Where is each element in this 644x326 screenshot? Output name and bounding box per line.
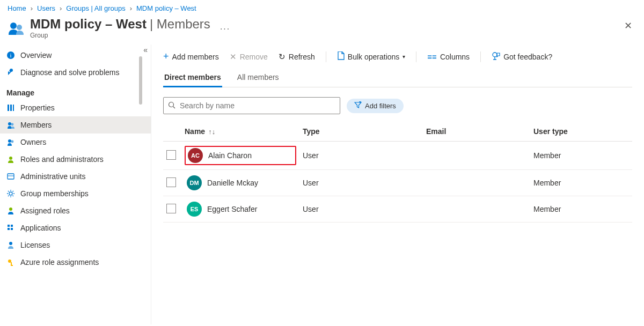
member-usertype: Member xyxy=(530,142,632,170)
table-row[interactable]: ACAlain CharonUserMember xyxy=(163,142,632,170)
breadcrumb-policy[interactable]: MDM policy – West xyxy=(136,4,196,12)
feedback-button[interactable]: Got feedback? xyxy=(492,51,552,62)
more-actions-button[interactable]: ··· xyxy=(220,24,230,34)
members-table: Name↑↓ Type Email User type ACAlain Char… xyxy=(163,123,632,223)
chevron-right-icon: › xyxy=(60,4,62,12)
member-type: User xyxy=(299,142,423,170)
main-pane: + Add members ✕ Remove ↻ Refresh Bulk op… xyxy=(151,45,644,324)
chevron-right-icon: › xyxy=(130,4,132,12)
group-icon xyxy=(8,20,25,37)
col-usertype[interactable]: User type xyxy=(530,123,632,142)
sidebar-item-admin-units[interactable]: Administrative units xyxy=(0,168,151,185)
member-usertype: Member xyxy=(530,196,632,223)
member-name: Alain Charon xyxy=(208,151,252,160)
roles-icon xyxy=(6,155,15,164)
sidebar-item-licenses[interactable]: Licenses xyxy=(0,236,151,254)
svg-line-26 xyxy=(173,106,175,108)
svg-point-14 xyxy=(9,192,12,195)
sidebar-item-members[interactable]: Members xyxy=(0,116,151,134)
member-email xyxy=(423,170,530,196)
owners-icon xyxy=(6,138,15,146)
tab-direct-members[interactable]: Direct members xyxy=(163,70,222,87)
svg-point-7 xyxy=(8,122,11,125)
sidebar-item-group-memberships[interactable]: Group memberships xyxy=(0,185,151,202)
breadcrumb: Home› Users› Groups | All groups› MDM po… xyxy=(0,0,644,14)
row-checkbox[interactable] xyxy=(166,204,176,213)
sidebar-item-label: Group memberships xyxy=(20,189,89,198)
lic-icon xyxy=(6,241,15,249)
avatar: ES xyxy=(187,202,202,217)
search-input[interactable] xyxy=(179,101,335,110)
add-filters-button[interactable]: Add filters xyxy=(347,99,404,113)
sidebar-item-label: Overview xyxy=(20,51,52,60)
scrollbar[interactable] xyxy=(139,56,142,105)
svg-rect-19 xyxy=(11,228,13,230)
member-email xyxy=(423,196,530,223)
col-name[interactable]: Name↑↓ xyxy=(181,123,299,142)
row-checkbox[interactable] xyxy=(166,177,176,187)
svg-point-15 xyxy=(9,208,12,211)
svg-point-24 xyxy=(493,53,497,57)
breadcrumb-users[interactable]: Users xyxy=(37,4,55,12)
key-icon xyxy=(6,258,15,266)
svg-point-25 xyxy=(169,102,174,107)
sidebar-item-owners[interactable]: Owners xyxy=(0,134,151,151)
toolbar: + Add members ✕ Remove ↻ Refresh Bulk op… xyxy=(163,51,632,70)
breadcrumb-groups[interactable]: Groups | All groups xyxy=(66,4,125,12)
sidebar-item-label: Applications xyxy=(20,224,61,232)
sidebar-item-label: Diagnose and solve problems xyxy=(20,68,119,77)
page-title: MDM policy – West | Members xyxy=(30,17,210,32)
member-name: Danielle Mckay xyxy=(207,179,258,187)
feedback-icon xyxy=(492,51,500,62)
col-type[interactable]: Type xyxy=(299,123,423,142)
remove-button: ✕ Remove xyxy=(230,52,268,62)
sort-icon: ↑↓ xyxy=(208,128,215,136)
sidebar-item-diagnose[interactable]: Diagnose and solve problems xyxy=(0,64,151,81)
svg-rect-23 xyxy=(11,265,13,266)
sidebar-item-label: Roles and administrators xyxy=(20,155,104,164)
props-icon xyxy=(6,103,15,112)
sidebar-item-azure-roles[interactable]: Azure role assignments xyxy=(0,254,151,271)
col-email[interactable]: Email xyxy=(423,123,530,142)
table-row[interactable]: DMDanielle MckayUserMember xyxy=(163,170,632,196)
members-icon xyxy=(6,121,15,129)
avatar: AC xyxy=(188,148,203,163)
svg-point-10 xyxy=(11,140,14,143)
svg-point-0 xyxy=(10,23,17,29)
sidebar: « iOverviewDiagnose and solve problems M… xyxy=(0,45,151,324)
separator xyxy=(326,51,326,62)
table-row[interactable]: ESEggert SchaferUserMember xyxy=(163,196,632,223)
sidebar-item-assigned-roles[interactable]: Assigned roles xyxy=(0,202,151,219)
refresh-button[interactable]: ↻ Refresh xyxy=(279,52,315,62)
row-checkbox[interactable] xyxy=(166,150,176,160)
breadcrumb-home[interactable]: Home xyxy=(8,4,26,12)
svg-text:i: i xyxy=(10,52,11,58)
page-subtitle: Group xyxy=(30,32,210,39)
page-header: MDM policy – West | Members Group ··· ✕ xyxy=(0,14,644,45)
sidebar-item-applications[interactable]: Applications xyxy=(0,219,151,236)
bulk-operations-button[interactable]: Bulk operations ▾ xyxy=(337,51,406,62)
sidebar-item-roles[interactable]: Roles and administrators xyxy=(0,151,151,168)
sidebar-item-label: Assigned roles xyxy=(20,206,70,215)
gear-icon xyxy=(6,189,15,198)
info-icon: i xyxy=(6,51,15,60)
add-members-button[interactable]: + Add members xyxy=(163,51,219,62)
member-name: Eggert Schafer xyxy=(207,205,257,213)
apps-icon xyxy=(6,224,15,232)
tab-all-members[interactable]: All members xyxy=(236,70,280,87)
sidebar-item-overview[interactable]: iOverview xyxy=(0,47,151,64)
close-button[interactable]: ✕ xyxy=(624,20,632,32)
sidebar-section-manage: Manage xyxy=(0,81,151,99)
wrench-icon xyxy=(6,68,15,77)
columns-button[interactable]: ≡≡ Columns xyxy=(427,52,470,61)
search-box[interactable] xyxy=(163,97,340,114)
columns-icon: ≡≡ xyxy=(427,52,437,61)
sidebar-item-properties[interactable]: Properties xyxy=(0,99,151,116)
member-usertype: Member xyxy=(530,170,632,196)
svg-rect-18 xyxy=(8,228,10,230)
svg-rect-17 xyxy=(11,225,13,227)
svg-rect-6 xyxy=(13,105,14,111)
svg-rect-4 xyxy=(8,105,9,111)
svg-rect-16 xyxy=(8,225,10,227)
collapse-sidebar-button[interactable]: « xyxy=(143,46,148,54)
